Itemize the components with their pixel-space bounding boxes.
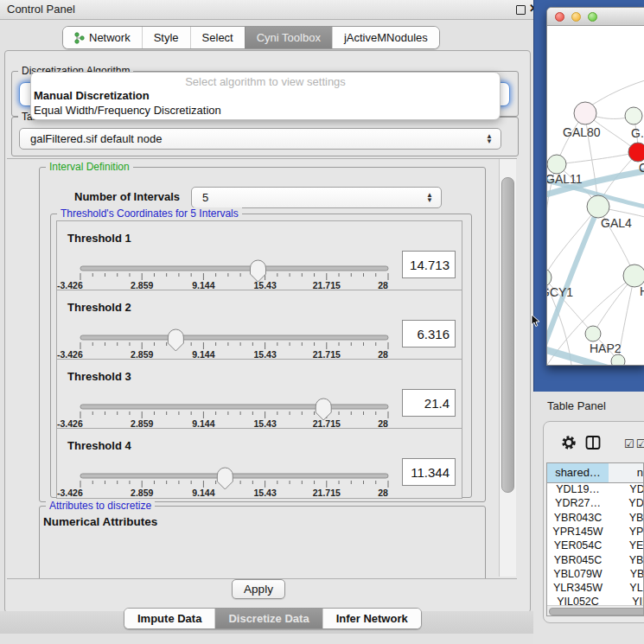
cell-name[interactable]: YBR0 [609,511,644,525]
threshold-value-box[interactable]: 11.344 [402,458,456,486]
cell-shared-name[interactable]: YBR045C [547,553,609,567]
algorithm-dropdown-popup: Select algorithm to view settings Manual… [30,72,501,120]
svg-text:2.859: 2.859 [131,488,153,498]
svg-text:9.144: 9.144 [192,488,214,498]
thresholds-group-title: Threshold's Coordinates for 5 Intervals [57,207,242,220]
spinner-stepper-icon: ▲▼ [426,193,433,203]
network-node[interactable] [574,102,596,124]
popup-item-manual-discretization[interactable]: Manual Discretization [34,89,150,102]
slider-thumb[interactable] [217,468,233,489]
table-panel-window: ☑☑ shared… na YDL19…YDL1YDR27…YDR2YBR043… [543,421,644,623]
table-row[interactable]: YBL079WYBL0 [547,567,644,581]
network-tab-icon [74,32,85,44]
node-label: GAL11 [547,172,583,186]
cell-name[interactable]: YER0 [609,539,644,552]
numerical-attributes-heading: Numerical Attributes [43,515,157,528]
cell-shared-name[interactable]: YPR145W [547,525,609,539]
threshold-value-box[interactable]: 21.4 [402,389,456,417]
network-node[interactable] [547,155,566,174]
network-node[interactable] [625,107,642,124]
threshold-slider[interactable]: -3.4262.8599.14415.4321.71528 [57,328,399,360]
zoom-traffic-light[interactable] [588,12,597,22]
slider-thumb[interactable] [168,329,183,351]
cell-shared-name[interactable]: YDL19… [547,482,609,496]
node-table[interactable]: shared… na YDL19…YDL1YDR27…YDR2YBR043CYB… [546,462,644,616]
node-label: GAL4 [601,216,632,230]
threshold-row: Threshold 2 -3.4262.8599.14415.4321.7152… [56,290,462,360]
cell-shared-name[interactable]: YER054C [547,539,609,552]
tab-cyni-toolbox[interactable]: Cyni Toolbox [245,27,332,48]
tab-infer-network[interactable]: Infer Network [322,609,421,628]
bottom-tab-bar: Impute Data Discretize Data Infer Networ… [124,608,422,629]
float-icon[interactable] [516,5,526,15]
table-row[interactable]: YPR145WYPR1 [547,525,644,539]
cell-name[interactable]: YLR3 [609,581,644,595]
threshold-label: Threshold 2 [67,301,131,314]
svg-text:21.715: 21.715 [313,488,341,498]
threshold-slider[interactable]: -3.4262.8599.14415.4321.71528 [57,467,399,498]
popup-item-equal-width-frequency[interactable]: Equal Width/Frequency Discretization [34,104,221,117]
cell-shared-name[interactable]: YDR27… [547,496,609,510]
table-row[interactable]: YDR27…YDR2 [547,496,644,510]
node-label: GCY1 [547,285,573,299]
attributes-group: Attributes to discretize Numerical Attri… [39,506,486,579]
network-node[interactable] [628,143,644,162]
table-data-combobox[interactable]: galFiltered.sif default node ▲▼ [19,128,501,150]
table-row[interactable]: YLR345WYLR3 [547,581,644,595]
cell-name[interactable]: YDL1 [609,482,644,496]
checkbox-icons[interactable]: ☑☑ [624,437,644,450]
columns-icon[interactable] [585,435,601,450]
minimize-traffic-light[interactable] [571,12,581,22]
network-node[interactable] [585,326,601,341]
threshold-value-box[interactable]: 14.713 [402,251,456,278]
number-of-intervals-label: Number of Intervals [74,190,180,203]
column-header-shared-name[interactable]: shared… [547,463,609,483]
tab-impute-data[interactable]: Impute Data [124,609,214,628]
combobox-stepper-icon: ▲▼ [486,134,493,144]
table-hscrollbar[interactable] [547,605,643,616]
threshold-value-box[interactable]: 6.316 [402,320,456,348]
cell-name[interactable]: YPR1 [609,525,644,539]
tab-select[interactable]: Select [190,27,245,48]
slider-thumb[interactable] [250,260,265,282]
cell-shared-name[interactable]: YBR043C [547,511,609,525]
number-of-intervals-spinner[interactable]: 5 ▲▼ [191,187,442,208]
cell-shared-name[interactable]: YBL079W [547,567,609,581]
threshold-label: Threshold 3 [67,370,131,383]
tab-discretize-data[interactable]: Discretize Data [214,609,322,628]
network-edge [557,152,638,164]
cell-name[interactable]: YBL0 [609,567,644,581]
table-data-value: galFiltered.sif default node [30,129,162,149]
cell-name[interactable]: YBR0 [609,553,644,567]
network-node[interactable] [611,354,625,365]
node-label: G. [631,126,644,140]
table-row[interactable]: YBR045CYBR0 [547,553,644,567]
column-header-name[interactable]: na [609,463,644,483]
cell-name[interactable]: YDR2 [609,496,644,510]
cell-shared-name[interactable]: YLR345W [547,581,609,595]
table-row[interactable]: YDL19…YDL1 [547,482,644,496]
table-panel-title: Table Panel [547,399,606,412]
slider-thumb[interactable] [316,399,331,420]
network-node[interactable] [547,268,552,287]
threshold-slider[interactable]: -3.4262.8599.14415.4321.71528 [57,398,399,429]
threshold-label: Threshold 1 [67,232,131,245]
network-node[interactable] [587,195,609,218]
settings-scrollbar-thumb[interactable] [501,177,514,493]
network-canvas[interactable]: GAL80G.CGAL11GAL4GCY1HHAP2 [547,26,644,365]
tab-style[interactable]: Style [142,27,190,48]
threshold-slider[interactable]: -3.4262.8599.14415.4321.71528 [57,259,399,290]
threshold-label: Threshold 4 [67,439,131,452]
interval-definition-title: Interval Definition [46,161,133,174]
table-hscrollbar-thumb[interactable] [549,608,644,615]
apply-button[interactable]: Apply [232,579,285,599]
tab-network[interactable]: Network [63,27,142,48]
close-traffic-light[interactable] [555,12,564,22]
tab-jactivemnodules[interactable]: jActiveMNodules [332,27,439,48]
panel-title: Control Panel [7,3,75,16]
threshold-row: Threshold 1 -3.4262.8599.14415.4321.7152… [56,220,462,291]
table-row[interactable]: YER054CYER0 [547,539,644,552]
table-row[interactable]: YBR043CYBR0 [547,511,644,525]
gear-icon[interactable] [561,435,577,450]
node-label: GAL80 [563,125,601,139]
